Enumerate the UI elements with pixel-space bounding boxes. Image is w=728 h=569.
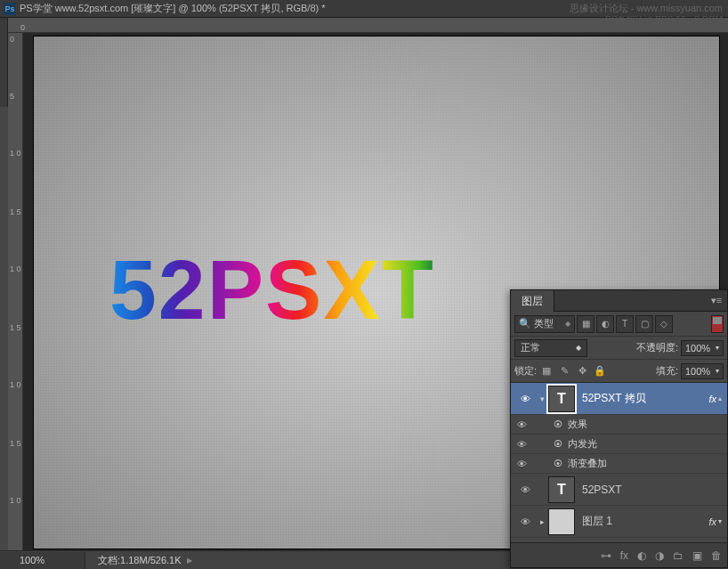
- rainbow-text-layer: 52PSXT: [109, 241, 435, 338]
- vertical-ruler[interactable]: 0 5 1 0 1 5 1 0 1 5 1 0 1 5 1 0: [8, 33, 23, 550]
- tool-strip: [0, 18, 8, 107]
- triangle-icon: ▶: [187, 557, 192, 565]
- visibility-icon[interactable]: 👁: [511, 439, 532, 450]
- layer-thumbnail[interactable]: [548, 508, 575, 535]
- visibility-icon[interactable]: 👁: [514, 516, 536, 527]
- new-layer-icon[interactable]: ▣: [692, 549, 702, 562]
- layer-name[interactable]: 52PSXT 拷贝: [582, 391, 708, 406]
- lock-transparency-icon[interactable]: ▦: [538, 363, 554, 379]
- filter-pixel-icon[interactable]: ▦: [577, 315, 595, 333]
- filter-toggle[interactable]: [711, 315, 724, 333]
- lock-label: 锁定:: [514, 364, 537, 378]
- watermark-text: 思缘设计论坛 - www.missyuan.com: [570, 2, 723, 15]
- fx-collapse-icon[interactable]: ▾: [718, 517, 722, 525]
- layer-name[interactable]: 图层 1: [582, 514, 708, 529]
- expand-icon[interactable]: ▾: [536, 394, 548, 403]
- opacity-input[interactable]: 100%▾: [681, 340, 724, 356]
- filter-smart-icon[interactable]: ◇: [655, 315, 673, 333]
- layers-panel: 图层 ▾≡ 🔍类型◆ ▦ ◐ T ▢ ◇ 正常◆ 不透明度: 100%▾ 锁定:…: [510, 289, 728, 568]
- layer-style-icon[interactable]: fx: [620, 549, 628, 562]
- lock-position-icon[interactable]: ✥: [574, 363, 590, 379]
- blend-mode-dropdown[interactable]: 正常◆: [514, 339, 587, 357]
- filter-kind-dropdown[interactable]: 🔍类型◆: [514, 315, 575, 333]
- zoom-level[interactable]: 100%: [0, 552, 85, 569]
- link-layers-icon[interactable]: ⊶: [601, 549, 611, 562]
- filter-type-icon[interactable]: T: [616, 315, 634, 333]
- layer-mask-icon[interactable]: ◐: [637, 549, 646, 562]
- fx-badge[interactable]: fx: [708, 394, 716, 404]
- visibility-icon[interactable]: 👁: [511, 459, 532, 469]
- filter-shape-icon[interactable]: ▢: [635, 315, 653, 333]
- effects-header[interactable]: 👁 ⦿ 效果: [511, 415, 727, 435]
- layer-item[interactable]: 👁 T 52PSXT: [511, 474, 727, 506]
- photoshop-icon: Ps: [4, 3, 16, 15]
- visibility-icon[interactable]: 👁: [514, 484, 536, 495]
- visibility-icon[interactable]: 👁: [511, 419, 532, 430]
- layer-list: 👁 ▾ T 52PSXT 拷贝 fx ▴ 👁 ⦿ 效果 👁 ⦿ 内发光 👁 ⦿ …: [511, 383, 727, 541]
- panel-tab-bar: 图层 ▾≡: [511, 290, 727, 312]
- layer-item-selected[interactable]: 👁 ▾ T 52PSXT 拷贝 fx ▴: [511, 383, 727, 415]
- lock-all-icon[interactable]: 🔒: [592, 363, 608, 379]
- layers-panel-footer: ⊶ fx ◐ ◑ 🗀 ▣ 🗑: [511, 542, 727, 567]
- effect-inner-glow[interactable]: 👁 ⦿ 内发光: [511, 435, 727, 454]
- delete-layer-icon[interactable]: 🗑: [711, 549, 722, 562]
- adjustment-layer-icon[interactable]: ◑: [655, 549, 664, 562]
- bullet-icon: ⦿: [554, 439, 562, 449]
- group-icon[interactable]: 🗀: [673, 549, 684, 562]
- fill-input[interactable]: 100%▾: [681, 363, 724, 379]
- layers-tab[interactable]: 图层: [511, 290, 554, 312]
- effect-gradient-overlay[interactable]: 👁 ⦿ 渐变叠加: [511, 454, 727, 474]
- filter-adjustment-icon[interactable]: ◐: [596, 315, 614, 333]
- layer-item[interactable]: 👁 ▸ 图层 1 fx ▾: [511, 506, 727, 538]
- blend-mode-row: 正常◆ 不透明度: 100%▾: [511, 337, 727, 360]
- panel-menu-icon[interactable]: ▾≡: [706, 290, 727, 311]
- document-info[interactable]: 文档:1.18M/526.1K ▶: [85, 554, 192, 567]
- fx-badge[interactable]: fx: [708, 516, 716, 527]
- fx-collapse-icon[interactable]: ▴: [718, 394, 722, 402]
- document-title: PS学堂 www.52psxt.com [璀璨文字] @ 100% (52PSX…: [20, 2, 326, 15]
- visibility-icon[interactable]: 👁: [514, 394, 536, 404]
- layer-thumbnail-text[interactable]: T: [548, 476, 575, 503]
- fill-label: 填充:: [656, 364, 678, 378]
- lock-pixels-icon[interactable]: ✎: [556, 363, 572, 379]
- layer-filter-row: 🔍类型◆ ▦ ◐ T ▢ ◇: [511, 312, 727, 337]
- layer-thumbnail-text[interactable]: T: [548, 386, 575, 412]
- lock-row: 锁定: ▦ ✎ ✥ 🔒 填充: 100%▾: [511, 360, 727, 383]
- expand-icon[interactable]: ▸: [536, 517, 548, 526]
- bullet-icon: ⦿: [554, 419, 562, 429]
- bullet-icon: ⦿: [554, 459, 562, 468]
- opacity-label: 不透明度:: [636, 341, 678, 354]
- horizontal-ruler[interactable]: 0: [8, 18, 728, 33]
- layer-name[interactable]: 52PSXT: [582, 484, 724, 496]
